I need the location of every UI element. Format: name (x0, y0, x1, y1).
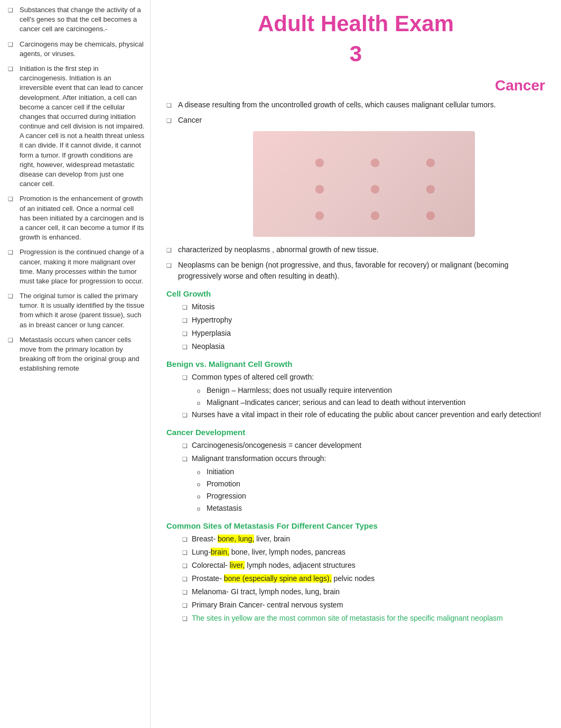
bullet-icon: ❑ (8, 195, 17, 203)
list-item: ❑ characterized by neoplasms , abnormal … (166, 244, 545, 255)
circle-icon: o (197, 492, 207, 501)
sites-item-4: Prostate- bone (especially spine and leg… (192, 573, 375, 584)
list-item: ❑ Promotion is the enhancement of growth… (8, 194, 145, 242)
list-item: ❑ Metastasis occurs when cancer cells mo… (8, 335, 145, 374)
cancer-dev-sub-1: Initiation (207, 466, 234, 477)
bullet-icon: ❑ (8, 41, 17, 49)
sidebar-list: ❑ Substances that change the activity of… (8, 5, 145, 374)
cell-growth-item-4: Neoplasia (192, 341, 225, 352)
cancer-heading: Cancer (166, 77, 545, 94)
bullet-icon: ❑ (182, 614, 192, 623)
list-item: ❑ Progression is the continued change of… (8, 247, 145, 286)
list-item: ❑ Carcinogenesis/oncogenesis = cancer de… (182, 440, 545, 451)
sites-item-3: Colorectal- liver, lymph nodes, adjacent… (192, 560, 356, 571)
bullet-icon: ❑ (182, 601, 192, 610)
sidebar-item-text: Progression is the continued change of a… (20, 247, 145, 286)
bullet-icon: ❑ (182, 575, 192, 584)
intro-bullet-1: A disease resulting from the uncontrolle… (178, 99, 496, 110)
cell-growth-item-1: Mitosis (192, 301, 215, 312)
main-content: Adult Health Exam 3 Cancer ❑ A disease r… (151, 0, 561, 728)
cancer-dev-bullet-1: Carcinogenesis/oncogenesis = cancer deve… (192, 440, 361, 451)
cancer-dev-sub-2: Promotion (207, 478, 240, 490)
cancer-image (253, 131, 475, 237)
cell-growth-list: ❑ Mitosis ❑ Hypertrophy ❑ Hyperplasia ❑ … (166, 301, 545, 352)
list-item: o Progression (197, 491, 545, 502)
list-item: o Benign – Harmless; does not usually re… (197, 385, 545, 396)
intro-bullet-3: characterized by neoplasms , abnormal gr… (178, 244, 379, 255)
list-item: ❑ A disease resulting from the uncontrol… (166, 99, 545, 110)
common-sites-heading: Common Sites of Metastasis For Different… (166, 521, 545, 530)
list-item: ❑ Primary Brain Cancer- central nervous … (182, 600, 545, 611)
list-item: ❑ Hyperplasia (182, 328, 545, 339)
bullet-icon: ❑ (182, 316, 192, 325)
list-item: ❑ Lung-brain, bone, liver, lymph nodes, … (182, 547, 545, 558)
bullet-icon: ❑ (182, 455, 192, 464)
list-item: ❑ Carcinogens may be chemicals, physical… (8, 40, 145, 59)
circle-icon: o (197, 386, 207, 395)
list-item: ❑ Nurses have a vital impact in their ro… (182, 409, 545, 420)
page-title: Adult Health Exam (166, 11, 545, 37)
bullet-icon: ❑ (182, 373, 192, 382)
bullet-icon: ❑ (166, 101, 178, 110)
bullet-icon: ❑ (8, 248, 17, 256)
bullet-icon: ❑ (182, 343, 192, 352)
bullet-icon: ❑ (182, 535, 192, 544)
cell-growth-item-2: Hypertrophy (192, 315, 232, 326)
sites-note: The sites in yellow are the most common … (192, 613, 503, 624)
cancer-dev-sub-4: Metastasis (207, 503, 242, 514)
bullet-icon: ❑ (182, 441, 192, 450)
bullet-icon: ❑ (182, 411, 192, 420)
benign-sub-list: o Benign – Harmless; does not usually re… (182, 385, 545, 408)
sidebar: ❑ Substances that change the activity of… (0, 0, 151, 728)
bullet-icon: ❑ (8, 336, 17, 344)
sidebar-item-text: Substances that change the activity of a… (20, 5, 145, 34)
intro-list-2: ❑ characterized by neoplasms , abnormal … (166, 244, 545, 282)
list-item: ❑ Breast- bone, lung, liver, brain (182, 533, 545, 545)
sidebar-item-text: Carcinogens may be chemicals, physical a… (20, 40, 145, 59)
benign-sub-1: Benign – Harmless; does not usually requ… (207, 385, 392, 396)
list-item: ❑ Malignant transformation occurs throug… (182, 453, 545, 464)
cancer-development-heading: Cancer Development (166, 428, 545, 437)
circle-icon: o (197, 480, 207, 489)
sites-item-6: Primary Brain Cancer- central nervous sy… (192, 600, 343, 611)
bullet-icon: ❑ (166, 261, 178, 270)
cell-growth-heading: Cell Growth (166, 289, 545, 298)
bullet-icon: ❑ (182, 561, 192, 570)
image-area (182, 131, 545, 237)
benign-bullet-1: Common types of altered cell growth: (192, 372, 314, 383)
page-number: 3 (166, 41, 545, 67)
list-item: ❑ Prostate- bone (especially spine and l… (182, 573, 545, 584)
benign-malignant-heading: Benign vs. Malignant Cell Growth (166, 360, 545, 368)
sites-item-1: Breast- bone, lung, liver, brain (192, 533, 290, 545)
cancer-dev-sub-list: o Initiation o Promotion o Progression o… (182, 466, 545, 514)
circle-icon: o (197, 399, 207, 408)
cancer-dev-sub-3: Progression (207, 491, 246, 502)
list-item: ❑ The sites in yellow are the most commo… (182, 613, 545, 624)
benign-bullet-2: Nurses have a vital impact in their role… (192, 409, 541, 420)
list-item: o Initiation (197, 466, 545, 477)
bullet-icon: ❑ (182, 329, 192, 338)
list-item: ❑ Common types of altered cell growth: (182, 372, 545, 383)
list-item: ❑ Hypertrophy (182, 315, 545, 326)
list-item: ❑ The original tumor is called the prima… (8, 291, 145, 330)
bullet-icon: ❑ (8, 6, 17, 14)
cancer-dev-bullet-2: Malignant transformation occurs through: (192, 453, 326, 464)
list-item: ❑ Cancer (166, 115, 545, 126)
list-item: o Promotion (197, 478, 545, 490)
sites-item-5: Melanoma- GI tract, lymph nodes, lung, b… (192, 586, 340, 597)
list-item: ❑ Neoplasia (182, 341, 545, 352)
bullet-icon: ❑ (166, 246, 178, 255)
bullet-icon: ❑ (8, 292, 17, 300)
sidebar-item-text: The original tumor is called the primary… (20, 291, 145, 330)
list-item: o Metastasis (197, 503, 545, 514)
cell-growth-item-3: Hyperplasia (192, 328, 231, 339)
list-item: ❑ Initiation is the first step in carcin… (8, 64, 145, 189)
common-sites-list: ❑ Breast- bone, lung, liver, brain ❑ Lun… (166, 533, 545, 624)
list-item: ❑ Melanoma- GI tract, lymph nodes, lung,… (182, 586, 545, 597)
list-item: ❑ Mitosis (182, 301, 545, 312)
intro-list: ❑ A disease resulting from the uncontrol… (166, 99, 545, 126)
benign-malignant-list: ❑ Common types of altered cell growth: o… (166, 372, 545, 420)
bullet-icon: ❑ (166, 116, 178, 125)
list-item: ❑ Colorectal- liver, lymph nodes, adjace… (182, 560, 545, 571)
list-item: ❑ Neoplasms can be benign (not progressi… (166, 260, 545, 282)
